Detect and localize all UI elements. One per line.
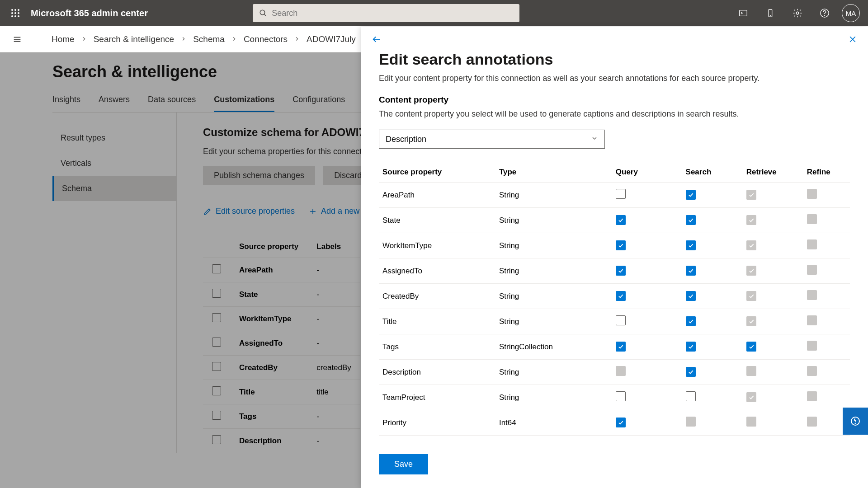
anno-row: PriorityInt64 xyxy=(379,410,850,436)
breadcrumb-item[interactable]: Search & intelligence xyxy=(94,34,175,44)
checkbox-blue[interactable] xyxy=(616,342,626,352)
gear-icon[interactable] xyxy=(784,0,811,26)
checkbox-blue[interactable] xyxy=(686,190,696,200)
anno-th: Source property xyxy=(379,162,495,183)
user-avatar[interactable]: MA xyxy=(842,4,860,22)
checkbox-empty[interactable] xyxy=(616,189,626,199)
svg-point-9 xyxy=(260,10,265,15)
panel-title: Edit search annotations xyxy=(379,51,850,68)
anno-type: String xyxy=(495,258,612,284)
svg-point-1 xyxy=(14,9,16,11)
anno-row: TagsStringCollection xyxy=(379,334,850,360)
app-launcher-icon[interactable] xyxy=(5,2,26,24)
svg-line-10 xyxy=(264,14,267,16)
hamburger-icon[interactable] xyxy=(6,34,28,44)
checkbox-graycheck xyxy=(746,291,756,301)
svg-point-16 xyxy=(825,15,825,16)
checkbox-blue[interactable] xyxy=(686,215,696,225)
close-button[interactable] xyxy=(848,35,857,46)
anno-cell xyxy=(682,183,743,208)
checkbox-blue[interactable] xyxy=(616,215,626,225)
anno-cell xyxy=(743,334,803,360)
anno-cell xyxy=(612,208,682,233)
svg-point-8 xyxy=(18,15,19,17)
checkbox-gray xyxy=(807,341,817,351)
checkbox-gray xyxy=(616,366,626,376)
checkbox-gray xyxy=(807,290,817,300)
checkbox-blue[interactable] xyxy=(616,291,626,301)
breadcrumb-item[interactable]: ADOWI7July xyxy=(307,34,356,44)
checkbox-blue[interactable] xyxy=(686,342,696,352)
annotations-table: Source propertyTypeQuerySearchRetrieveRe… xyxy=(379,162,850,436)
anno-th: Refine xyxy=(803,162,850,183)
checkbox-gray xyxy=(686,417,696,427)
anno-cell xyxy=(803,334,850,360)
checkbox-empty[interactable] xyxy=(616,391,626,401)
breadcrumb-item[interactable]: Home xyxy=(52,34,75,44)
svg-point-3 xyxy=(11,12,13,14)
content-property-select[interactable]: Description xyxy=(379,130,605,149)
checkbox-gray xyxy=(807,189,817,199)
svg-point-7 xyxy=(14,15,16,17)
mobile-icon[interactable] xyxy=(757,0,784,26)
checkbox-empty[interactable] xyxy=(616,315,626,325)
select-value: Description xyxy=(386,135,426,144)
checkbox-blue[interactable] xyxy=(616,240,626,250)
anno-cell xyxy=(743,233,803,258)
topbar: Microsoft 365 admin center MA xyxy=(0,0,868,26)
search-box[interactable] xyxy=(253,4,519,22)
anno-row: DescriptionString xyxy=(379,360,850,385)
chevron-right-icon xyxy=(81,34,87,44)
svg-point-14 xyxy=(796,12,799,14)
breadcrumb-item[interactable]: Schema xyxy=(193,34,225,44)
anno-cell xyxy=(803,385,850,410)
anno-th: Type xyxy=(495,162,612,183)
search-input[interactable] xyxy=(272,9,513,18)
anno-cell xyxy=(803,360,850,385)
anno-prop: State xyxy=(379,208,495,233)
anno-cell xyxy=(612,410,682,436)
chevron-right-icon xyxy=(231,34,237,44)
anno-cell xyxy=(743,284,803,309)
app-title: Microsoft 365 admin center xyxy=(31,8,148,19)
anno-cell xyxy=(682,258,743,284)
checkbox-graycheck xyxy=(746,266,756,276)
anno-cell xyxy=(682,334,743,360)
anno-cell xyxy=(743,183,803,208)
anno-row: StateString xyxy=(379,208,850,233)
checkbox-empty[interactable] xyxy=(686,391,696,401)
anno-type: String xyxy=(495,309,612,334)
anno-cell xyxy=(612,284,682,309)
checkbox-blue[interactable] xyxy=(686,367,696,377)
anno-cell xyxy=(743,309,803,334)
svg-point-26 xyxy=(855,423,856,424)
checkbox-blue[interactable] xyxy=(686,266,696,276)
anno-cell xyxy=(743,385,803,410)
svg-rect-11 xyxy=(740,10,747,16)
help-icon[interactable] xyxy=(811,0,838,26)
checkbox-blue[interactable] xyxy=(616,266,626,276)
checkbox-blue[interactable] xyxy=(616,418,626,427)
panel-desc: Edit your content property for this conn… xyxy=(379,74,850,83)
save-button[interactable]: Save xyxy=(379,454,428,474)
checkbox-blue[interactable] xyxy=(746,342,756,352)
anno-row: AssignedToString xyxy=(379,258,850,284)
back-button[interactable] xyxy=(372,34,382,46)
anno-type: String xyxy=(495,208,612,233)
anno-type: String xyxy=(495,360,612,385)
checkbox-blue[interactable] xyxy=(686,240,696,250)
anno-row: AreaPathString xyxy=(379,183,850,208)
breadcrumb-item[interactable]: Connectors xyxy=(244,34,288,44)
anno-cell xyxy=(743,410,803,436)
anno-type: String xyxy=(495,385,612,410)
anno-prop: WorkItemType xyxy=(379,233,495,258)
help-fab[interactable] xyxy=(843,408,868,435)
search-icon xyxy=(259,9,267,17)
shell-icon[interactable] xyxy=(730,0,757,26)
checkbox-blue[interactable] xyxy=(686,291,696,301)
anno-cell xyxy=(682,410,743,436)
anno-cell xyxy=(682,360,743,385)
checkbox-blue[interactable] xyxy=(686,316,696,326)
anno-type: StringCollection xyxy=(495,334,612,360)
anno-cell xyxy=(743,208,803,233)
